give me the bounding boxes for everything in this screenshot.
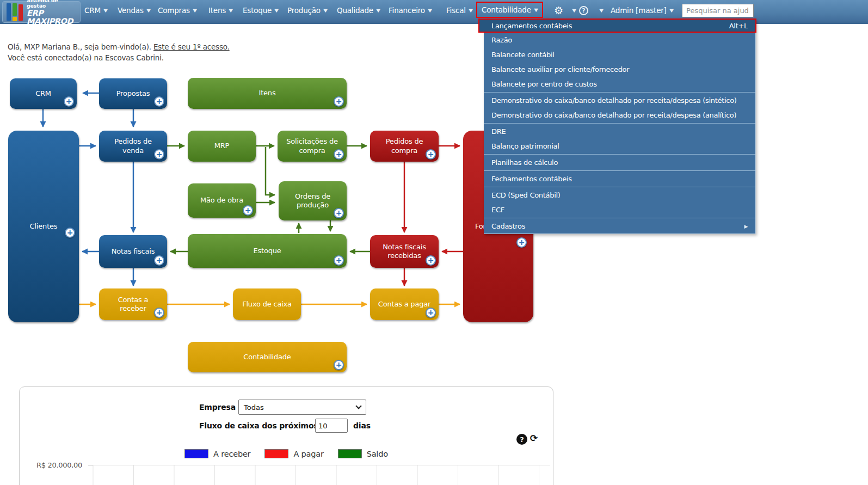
diagram-node-fluxo-caixa[interactable]: Fluxo de caixa <box>233 288 301 320</box>
add-plus-icon[interactable]: + <box>426 149 436 159</box>
cash-flow-panel: Empresa Todas Fluxo de caixa dos próximo… <box>19 386 553 485</box>
menu-item-razao[interactable]: Razão <box>484 33 755 47</box>
chevron-down-icon: ▼ <box>669 8 673 13</box>
add-plus-icon[interactable]: + <box>243 205 253 216</box>
diagram-node-contas-pagar[interactable]: Contas a pagar+ <box>370 288 439 320</box>
nav-item-financeiro[interactable]: Financeiro▼ <box>389 0 432 21</box>
menu-item-planilhas-calculo[interactable]: Planilhas de cálculo <box>484 155 755 170</box>
chevron-down-icon: ▼ <box>534 8 538 13</box>
chevron-down-icon: ▼ <box>599 8 603 13</box>
diagram-node-ordens-producao[interactable]: Ordens de produção+ <box>279 181 347 220</box>
menu-item-balanco-patrimonial[interactable]: Balanço patrimonial <box>484 139 755 154</box>
maxiprod-logo-icon <box>7 3 23 21</box>
user-menu-admin[interactable]: Admin [master]▼ <box>611 0 673 21</box>
nav-item-qualidade[interactable]: Qualidade▼ <box>337 0 380 21</box>
chevron-down-icon: ▼ <box>103 8 107 13</box>
menu-item-cadastros[interactable]: Cadastros ▶ <box>484 219 755 234</box>
chevron-down-icon: ▼ <box>323 8 327 13</box>
logo-text: Sistema de gestão ERP MAXIPROD <box>27 0 76 26</box>
diagram-node-contabilidade[interactable]: Contabilidade+ <box>188 342 347 372</box>
help-icon[interactable]: ? <box>579 0 588 21</box>
diagram-node-mao-de-obra[interactable]: Mão de obra+ <box>188 183 256 218</box>
diagram-node-mrp[interactable]: MRP <box>188 131 256 162</box>
submenu-arrow-icon: ▶ <box>744 224 748 229</box>
chart-grid <box>20 387 554 485</box>
nav-item-crm[interactable]: CRM▼ <box>84 0 107 21</box>
chevron-down-icon: ▼ <box>376 8 380 13</box>
diagram-node-itens[interactable]: Itens+ <box>188 78 347 109</box>
add-plus-icon[interactable]: + <box>64 96 74 107</box>
add-plus-icon[interactable]: + <box>334 208 344 218</box>
add-plus-icon[interactable]: + <box>426 308 436 318</box>
diagram-node-notas-fiscais[interactable]: Notas fiscais+ <box>99 235 167 268</box>
menu-separator <box>484 170 755 171</box>
add-plus-icon[interactable]: + <box>154 255 164 266</box>
menu-separator <box>484 92 755 93</box>
chevron-down-icon: ▼ <box>274 8 278 13</box>
chevron-down-icon: ▼ <box>229 8 232 13</box>
menu-separator <box>484 123 755 124</box>
menu-item-balancete-auxiliar[interactable]: Balancete auxiliar por cliente/fornecedo… <box>484 62 755 77</box>
menu-item-lancamentos-contabeis[interactable]: Lançamentos contábeis Alt+L <box>478 19 756 33</box>
menu-item-demonstrativo-sintetico[interactable]: Demonstrativo do caixa/banco detalhado p… <box>484 93 755 108</box>
contabilidade-dropdown-menu: Lançamentos contábeis Alt+L Razão Balanc… <box>484 19 756 234</box>
diagram-node-pedidos-venda[interactable]: Pedidos de venda+ <box>99 131 167 162</box>
nav-item-estoque[interactable]: Estoque▼ <box>243 0 278 21</box>
add-plus-icon[interactable]: + <box>154 308 164 318</box>
welcome-message: Olá, MXP Mariana B., seja bem-vindo(a). … <box>8 41 230 64</box>
settings-gear-icon[interactable]: ⚙ <box>554 0 563 21</box>
diagram-node-estoque[interactable]: Estoque+ <box>188 234 347 268</box>
diagram-node-notas-fiscais-recebidas[interactable]: Notas fiscais recebidas+ <box>370 235 439 268</box>
diagram-node-clientes[interactable]: Clientes+ <box>8 131 79 322</box>
nav-item-vendas[interactable]: Vendas▼ <box>118 0 150 21</box>
menu-item-balancete-centro-custos[interactable]: Balancete por centro de custos <box>484 77 755 91</box>
menu-separator <box>484 218 755 218</box>
add-plus-icon[interactable]: + <box>334 360 344 370</box>
help-dropdown-caret[interactable]: ▼ <box>596 0 603 21</box>
settings-dropdown-caret[interactable]: ▼ <box>569 0 576 21</box>
diagram-node-contas-receber[interactable]: Contas a receber+ <box>99 288 167 320</box>
add-plus-icon[interactable]: + <box>334 255 344 266</box>
nav-item-contabilidade-highlighted[interactable]: Contabilidade▼ <box>476 2 543 18</box>
add-plus-icon[interactable]: + <box>154 149 164 159</box>
diagram-node-pedidos-compra[interactable]: Pedidos de compra+ <box>370 131 439 162</box>
diagram-node-crm[interactable]: CRM+ <box>10 78 77 109</box>
add-plus-icon[interactable]: + <box>65 228 75 238</box>
first-access-link[interactable]: Este é seu 1º acesso. <box>153 42 230 51</box>
nav-item-producao[interactable]: Produção▼ <box>287 0 327 21</box>
menu-item-dre[interactable]: DRE <box>484 124 755 139</box>
nav-item-fiscal[interactable]: Fiscal▼ <box>446 0 472 21</box>
menu-item-ecd[interactable]: ECD (Sped Contábil) <box>484 188 755 202</box>
chevron-down-icon: ▼ <box>572 8 576 13</box>
menu-item-demonstrativo-analitico[interactable]: Demonstrativo do caixa/banco detalhado p… <box>484 108 755 122</box>
help-search-input[interactable] <box>682 4 754 17</box>
nav-item-compras[interactable]: Compras▼ <box>158 0 196 21</box>
add-plus-icon[interactable]: + <box>334 149 344 159</box>
add-plus-icon[interactable]: + <box>516 237 527 248</box>
chevron-down-icon: ▼ <box>469 8 472 13</box>
add-plus-icon[interactable]: + <box>334 96 344 107</box>
app-logo[interactable]: Sistema de gestão ERP MAXIPROD <box>2 1 81 23</box>
menu-separator <box>484 187 755 187</box>
chevron-down-icon: ▼ <box>193 8 196 13</box>
menu-item-ecf[interactable]: ECF <box>484 202 755 217</box>
shortcut-label: Alt+L <box>729 22 748 30</box>
chevron-down-icon: ▼ <box>146 8 150 13</box>
chevron-down-icon: ▼ <box>428 8 432 13</box>
diagram-node-solicitacoes-compra[interactable]: Solicitações de compra+ <box>278 131 347 162</box>
menu-item-fechamentos-contabeis[interactable]: Fechamentos contábeis <box>484 171 755 186</box>
menu-separator <box>484 154 755 155</box>
add-plus-icon[interactable]: + <box>154 96 164 107</box>
diagram-node-propostas[interactable]: Propostas+ <box>99 78 167 109</box>
nav-item-itens[interactable]: Itens▼ <box>208 0 232 21</box>
module-flow-diagram: CRM+ Propostas+ Itens+ Clientes+ Pedidos… <box>0 71 561 384</box>
add-plus-icon[interactable]: + <box>426 255 436 266</box>
menu-item-balancete-contabil[interactable]: Balancete contábil <box>484 47 755 62</box>
